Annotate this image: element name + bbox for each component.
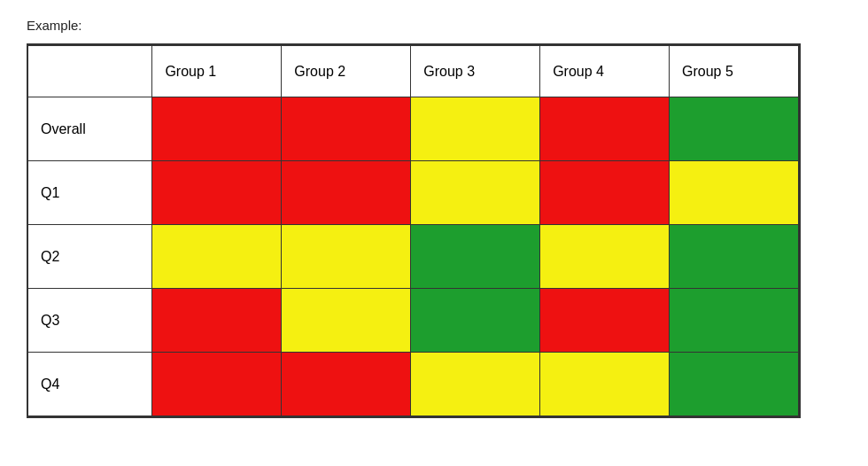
cell-overall-group-4 <box>540 97 670 161</box>
cell-q3-group-4 <box>540 289 670 353</box>
example-label: Example: <box>27 18 801 33</box>
header-group-4: Group 4 <box>540 46 670 97</box>
header-group-2: Group 2 <box>282 46 411 97</box>
row-label-q1: Q1 <box>28 161 152 225</box>
cell-q2-group-4 <box>540 225 670 289</box>
cell-q1-group-2 <box>282 161 411 225</box>
cell-q2-group-5 <box>670 225 799 289</box>
cell-q3-group-1 <box>152 289 282 353</box>
cell-q2-group-1 <box>152 225 282 289</box>
cell-q1-group-5 <box>670 161 799 225</box>
table-row: Overall <box>28 97 799 161</box>
cell-q3-group-3 <box>411 289 540 353</box>
cell-overall-group-1 <box>152 97 282 161</box>
header-group-3: Group 3 <box>411 46 540 97</box>
row-label-q3: Q3 <box>28 289 152 353</box>
cell-q4-group-1 <box>152 353 282 416</box>
cell-q2-group-3 <box>411 225 540 289</box>
cell-overall-group-3 <box>411 97 540 161</box>
row-label-overall: Overall <box>28 97 152 161</box>
cell-q4-group-4 <box>540 353 670 416</box>
table-row: Q4 <box>28 353 799 416</box>
header-row: Group 1 Group 2 Group 3 Group 4 Group 5 <box>28 46 799 97</box>
cell-q1-group-1 <box>152 161 282 225</box>
table-row: Q2 <box>28 225 799 289</box>
cell-q1-group-4 <box>540 161 670 225</box>
table-body: OverallQ1Q2Q3Q4 <box>28 97 799 416</box>
data-table-wrapper: Group 1 Group 2 Group 3 Group 4 Group 5 … <box>27 43 801 418</box>
cell-overall-group-2 <box>282 97 411 161</box>
header-group-1: Group 1 <box>152 46 282 97</box>
cell-q3-group-5 <box>670 289 799 353</box>
cell-q3-group-2 <box>282 289 411 353</box>
row-label-q4: Q4 <box>28 353 152 416</box>
header-row-label <box>28 46 152 97</box>
cell-q4-group-2 <box>282 353 411 416</box>
table-row: Q3 <box>28 289 799 353</box>
header-group-5: Group 5 <box>670 46 799 97</box>
cell-q4-group-5 <box>670 353 799 416</box>
row-label-q2: Q2 <box>28 225 152 289</box>
cell-q4-group-3 <box>411 353 540 416</box>
cell-q1-group-3 <box>411 161 540 225</box>
cell-overall-group-5 <box>670 97 799 161</box>
table-row: Q1 <box>28 161 799 225</box>
data-table: Group 1 Group 2 Group 3 Group 4 Group 5 … <box>28 45 799 416</box>
main-container: Example: Group 1 Group 2 Group 3 Group 4… <box>27 18 801 418</box>
cell-q2-group-2 <box>282 225 411 289</box>
